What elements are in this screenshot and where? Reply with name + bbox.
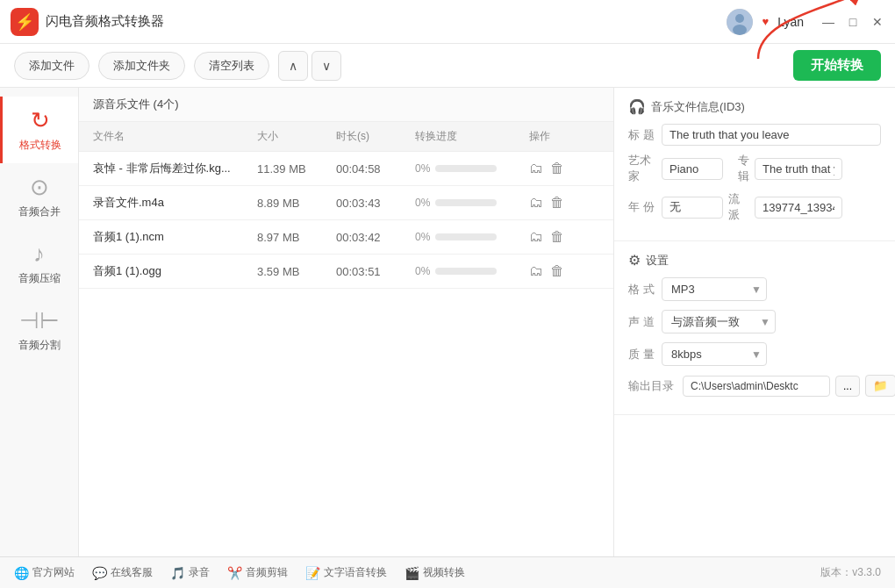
progress-cell-3: 0%: [415, 231, 529, 243]
folder-action-icon-3[interactable]: 🗂: [529, 229, 543, 245]
progress-cell-4: 0%: [415, 265, 529, 277]
progress-bar-4: [435, 268, 497, 275]
folder-action-icon-4[interactable]: 🗂: [529, 263, 543, 279]
text-speech-icon: 📝: [305, 566, 320, 580]
output-label: 输出目录: [628, 378, 677, 394]
file-size-3: 8.97 MB: [257, 231, 336, 244]
user-avatar: [727, 9, 753, 35]
official-website-label: 官方网站: [32, 565, 75, 580]
sidebar-item-compress[interactable]: ♪ 音频压缩: [0, 230, 78, 297]
col-filename: 文件名: [93, 129, 257, 144]
settings-row-format: 格 式 MP3 AAC FLAC WAV OGG M4A ▼: [628, 277, 881, 301]
progress-bar-3: [435, 233, 497, 240]
actions-cell-4: 🗂 🗑: [529, 263, 599, 279]
genre-input[interactable]: [755, 197, 842, 219]
actions-cell-2: 🗂 🗑: [529, 195, 599, 211]
file-size-2: 8.89 MB: [257, 197, 336, 210]
album-input[interactable]: [755, 158, 842, 180]
video-convert-label: 视频转换: [423, 565, 465, 580]
svg-point-1: [735, 14, 744, 23]
delete-action-icon-2[interactable]: 🗑: [550, 195, 564, 211]
quality-label: 质 量: [628, 347, 656, 362]
col-actions: 操作: [529, 129, 599, 144]
format-label: 格 式: [628, 282, 656, 298]
table-row: 音频1 (1).ncm 8.97 MB 00:03:42 0% 🗂 🗑: [79, 220, 613, 255]
progress-text-3: 0%: [415, 231, 430, 243]
main-content: ↻ 格式转换 ⊙ 音频合并 ♪ 音频压缩 ⊣⊢ 音频分割 源音乐文件 (4个) …: [0, 88, 895, 556]
file-name-2: 录音文件.m4a: [93, 195, 257, 211]
file-duration-1: 00:04:58: [336, 162, 415, 176]
delete-action-icon-1[interactable]: 🗑: [550, 161, 564, 176]
progress-bar-2: [435, 199, 497, 206]
open-folder-button[interactable]: 📁: [865, 375, 895, 397]
year-input[interactable]: [662, 197, 723, 219]
move-up-button[interactable]: ∧: [278, 51, 308, 81]
file-table: 哀悼 - 非常后悔差过你.kg... 11.39 MB 00:04:58 0% …: [79, 152, 613, 556]
official-website-link[interactable]: 🌐 官方网站: [14, 565, 75, 580]
version-text: 版本：v3.3.0: [820, 565, 881, 580]
title-bar: ⚡ 闪电音频格式转换器 ♥ Lyan — □ ✕: [0, 0, 895, 44]
right-panel: 🎧 音乐文件信息(ID3) 标 题 艺术家 专辑 年 份 流派: [614, 88, 895, 556]
quality-select[interactable]: 8kbps 64kbps 128kbps 192kbps 320kbps: [662, 342, 767, 366]
clear-list-button[interactable]: 清空列表: [194, 52, 269, 80]
channel-label: 声 道: [628, 314, 656, 330]
quality-select-wrapper: 8kbps 64kbps 128kbps 192kbps 320kbps ▼: [662, 342, 767, 366]
audio-edit-link[interactable]: ✂️ 音频剪辑: [227, 565, 288, 580]
audio-merge-icon: ⊙: [30, 174, 49, 201]
progress-text-1: 0%: [415, 162, 430, 175]
video-convert-link[interactable]: 🎬 视频转换: [405, 565, 465, 580]
move-down-button[interactable]: ∨: [311, 51, 341, 81]
sidebar-item-label-split: 音频分割: [18, 338, 61, 353]
table-row: 录音文件.m4a 8.89 MB 00:03:43 0% 🗂 🗑: [79, 186, 613, 220]
artist-label: 艺术家: [628, 153, 656, 184]
delete-action-icon-4[interactable]: 🗑: [550, 263, 564, 279]
channel-select[interactable]: 与源音频一致 单声道 立体声: [662, 310, 776, 333]
info-row-artist: 艺术家 专辑: [628, 153, 881, 184]
format-select[interactable]: MP3 AAC FLAC WAV OGG M4A: [662, 277, 767, 301]
folder-action-icon-1[interactable]: 🗂: [529, 161, 543, 176]
gear-icon: ⚙: [628, 252, 641, 269]
tts-label: 文字语音转换: [324, 565, 387, 580]
website-icon: 🌐: [14, 566, 29, 580]
mic-icon: 🎵: [170, 566, 185, 580]
col-duration: 时长(s): [336, 129, 415, 144]
customer-service-link[interactable]: 💬 在线客服: [92, 565, 153, 580]
maximize-button[interactable]: □: [846, 15, 860, 29]
table-header: 文件名 大小 时长(s) 转换进度 操作: [79, 122, 613, 152]
folder-action-icon-2[interactable]: 🗂: [529, 195, 543, 211]
file-duration-3: 00:03:42: [336, 231, 415, 244]
add-folder-button[interactable]: 添加文件夹: [98, 52, 185, 80]
artist-input[interactable]: [662, 158, 723, 180]
svg-point-2: [733, 25, 747, 35]
output-path-input[interactable]: [683, 376, 830, 397]
format-select-wrapper: MP3 AAC FLAC WAV OGG M4A ▼: [662, 277, 767, 301]
add-file-button[interactable]: 添加文件: [14, 52, 90, 80]
info-row-title: 标 题: [628, 124, 881, 146]
minimize-button[interactable]: —: [821, 15, 835, 29]
headphone-icon: 🎧: [628, 98, 646, 115]
sidebar-item-merge[interactable]: ⊙ 音频合并: [0, 163, 78, 230]
delete-action-icon-3[interactable]: 🗑: [550, 229, 564, 245]
file-size-4: 3.59 MB: [257, 265, 336, 278]
record-link[interactable]: 🎵 录音: [170, 565, 210, 580]
table-row: 音频1 (1).ogg 3.59 MB 00:03:51 0% 🗂 🗑: [79, 255, 613, 289]
title-input[interactable]: [662, 124, 881, 146]
progress-text-2: 0%: [415, 197, 430, 209]
customer-service-label: 在线客服: [111, 565, 153, 580]
start-convert-button[interactable]: 开始转换: [793, 50, 881, 81]
close-button[interactable]: ✕: [870, 15, 884, 29]
progress-text-4: 0%: [415, 265, 430, 277]
sidebar-item-label-compress: 音频压缩: [18, 271, 61, 286]
progress-cell-2: 0%: [415, 197, 529, 209]
audio-compress-icon: ♪: [33, 240, 45, 268]
tts-link[interactable]: 📝 文字语音转换: [305, 565, 387, 580]
sidebar-item-split[interactable]: ⊣⊢ 音频分割: [0, 297, 78, 363]
settings-label: 设置: [646, 253, 669, 269]
nav-buttons: ∧ ∨: [278, 51, 341, 81]
browse-button[interactable]: ...: [835, 376, 860, 397]
app-title: 闪电音频格式转换器: [46, 13, 164, 30]
sidebar-item-format[interactable]: ↻ 格式转换: [0, 97, 78, 163]
file-name-4: 音频1 (1).ogg: [93, 263, 257, 279]
progress-cell-1: 0%: [415, 162, 529, 175]
progress-bar-1: [435, 165, 497, 172]
